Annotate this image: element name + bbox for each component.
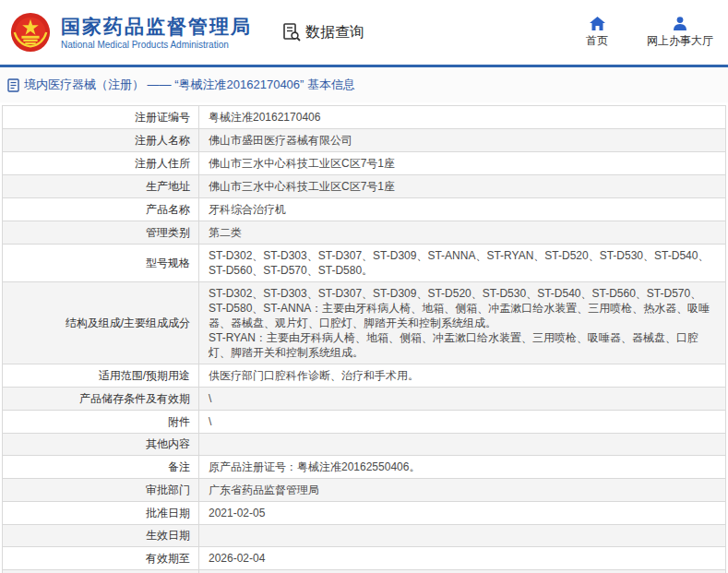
table-row: 备注原产品注册证号：粤械注准20162550406。 bbox=[3, 456, 725, 479]
nav-home-label: 首页 bbox=[586, 33, 608, 49]
row-label: 结构及组成/主要组成成分 bbox=[3, 282, 199, 364]
row-value: 第二类 bbox=[199, 221, 725, 244]
row-value: 佛山市三水中心科技工业区C区7号1座 bbox=[199, 152, 725, 174]
row-value: 2021-02-05 bbox=[199, 502, 725, 524]
site-subtitle: National Medical Products Administration bbox=[61, 40, 252, 50]
row-value: 原产品注册证号：粤械注准20162550406。 bbox=[199, 456, 725, 478]
document-icon bbox=[7, 78, 19, 92]
breadcrumb: 境内医疗器械（注册） —— “粤械注准20162170406” 基本信息 bbox=[0, 67, 728, 102]
row-label: 其他内容 bbox=[3, 434, 199, 455]
nav-home[interactable]: 首页 bbox=[586, 17, 608, 49]
row-label: 附件 bbox=[3, 411, 199, 433]
row-value: \ bbox=[199, 388, 725, 410]
row-value: 粤械注准20162170406 bbox=[199, 106, 725, 128]
row-label: 注册证编号 bbox=[3, 106, 199, 128]
row-label: 备注 bbox=[3, 456, 199, 478]
site-title: 国家药品监督管理局 bbox=[61, 15, 252, 38]
table-row: 其他内容 bbox=[3, 434, 725, 456]
row-label: 管理类别 bbox=[3, 221, 199, 244]
table-row: 产品储存条件及有效期\ bbox=[3, 388, 725, 411]
table-row: 附件\ bbox=[3, 411, 725, 434]
table-row: 审批部门广东省药品监督管理局 bbox=[3, 479, 725, 502]
row-value bbox=[199, 434, 725, 455]
table-row: 批准日期2021-02-05 bbox=[3, 502, 725, 525]
nmpa-emblem-logo bbox=[9, 11, 52, 54]
nav-service-hall[interactable]: 网上办事大厅 bbox=[647, 17, 713, 49]
table-row: 注册人名称佛山市盛田医疗器械有限公司 bbox=[3, 129, 725, 152]
row-label: 生产地址 bbox=[3, 175, 199, 197]
site-title-block: 国家药品监督管理局 National Medical Products Admi… bbox=[61, 15, 252, 50]
breadcrumb-text: 境内医疗器械（注册） —— “粤械注准20162170406” 基本信息 bbox=[24, 77, 355, 93]
table-row: 有效期至2026-02-04 bbox=[3, 547, 725, 570]
row-label: 产品名称 bbox=[3, 198, 199, 221]
row-value: 牙科综合治疗机 bbox=[199, 198, 725, 221]
row-value: 佛山市盛田医疗器械有限公司 bbox=[199, 129, 725, 151]
person-icon bbox=[673, 17, 687, 30]
row-value: 广东省药品监督管理局 bbox=[199, 479, 725, 501]
row-label: 批准日期 bbox=[3, 502, 199, 524]
data-query-label: 数据查询 bbox=[305, 23, 364, 42]
row-value bbox=[199, 525, 725, 546]
row-label: 有效期至 bbox=[3, 547, 199, 569]
row-label: 产品储存条件及有效期 bbox=[3, 388, 199, 410]
table-row: 适用范围/预期用途供医疗部门口腔科作诊断、治疗和手术用。 bbox=[3, 364, 725, 388]
row-value: ST-D302、ST-D303、ST-D307、ST-D309、ST-D520、… bbox=[199, 282, 725, 364]
site-header: 国家药品监督管理局 National Medical Products Admi… bbox=[0, 0, 728, 67]
row-value: 2026-02-04 bbox=[199, 547, 725, 569]
row-value: \ bbox=[199, 411, 725, 433]
document-search-icon bbox=[281, 22, 302, 42]
table-row: 型号规格ST-D302、ST-D303、ST-D307、ST-D309、ST-A… bbox=[3, 245, 725, 282]
row-label: 审批部门 bbox=[3, 479, 199, 501]
row-label: 适用范围/预期用途 bbox=[3, 364, 199, 387]
row-label: 型号规格 bbox=[3, 245, 199, 281]
row-value: 供医疗部门口腔科作诊断、治疗和手术用。 bbox=[199, 364, 725, 387]
row-value: ST-D302、ST-D303、ST-D307、ST-D309、ST-ANNA、… bbox=[199, 245, 725, 281]
table-row: 结构及组成/主要组成成分ST-D302、ST-D303、ST-D307、ST-D… bbox=[3, 282, 725, 364]
row-value: 佛山市三水中心科技工业区C区7号1座 bbox=[199, 175, 725, 197]
info-table: 注册证编号粤械注准20162170406注册人名称佛山市盛田医疗器械有限公司注册… bbox=[2, 105, 726, 573]
row-label: 注册人名称 bbox=[3, 129, 199, 151]
row-label: 注册人住所 bbox=[3, 152, 199, 174]
table-row: 注册人住所佛山市三水中心科技工业区C区7号1座 bbox=[3, 152, 725, 175]
table-row: 生产地址佛山市三水中心科技工业区C区7号1座 bbox=[3, 175, 725, 198]
table-row: 管理类别第二类 bbox=[3, 221, 725, 245]
nav-service-hall-label: 网上办事大厅 bbox=[647, 33, 713, 49]
home-icon bbox=[590, 17, 605, 30]
table-row: 生效日期 bbox=[3, 525, 725, 547]
table-row: 产品名称牙科综合治疗机 bbox=[3, 198, 725, 221]
data-query-tab[interactable]: 数据查询 bbox=[281, 22, 364, 42]
row-label: 生效日期 bbox=[3, 525, 199, 546]
table-row: 注册证编号粤械注准20162170406 bbox=[3, 106, 725, 129]
